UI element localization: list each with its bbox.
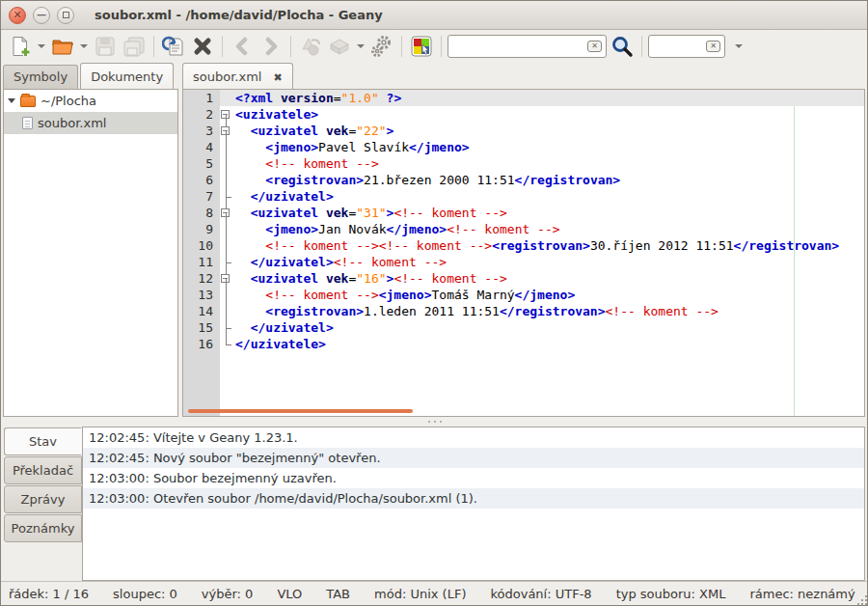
tree-file-row[interactable]: soubor.xml (4, 112, 177, 134)
fold-marker[interactable] (220, 254, 233, 270)
code-line[interactable]: 16</uzivatele> (183, 336, 864, 352)
fold-vtop (226, 287, 227, 295)
main-area: SymbolyDokumenty ~/Plocha soubor.xml sou… (1, 63, 867, 417)
code-line[interactable]: 13 <!-- koment --><jmeno>Tomáš Marný</jm… (183, 287, 864, 303)
code-line[interactable]: 5 <!-- koment --> (183, 155, 864, 172)
code-line[interactable]: 3 <uzivatel vek="22"> (183, 123, 864, 139)
statusbar-item: mód: Unix (LF) (374, 587, 466, 601)
tab-close-icon[interactable]: ✖ (274, 71, 283, 84)
sidebar: SymbolyDokumenty ~/Plocha soubor.xml (3, 63, 178, 417)
goto-line-entry[interactable]: ✕ (648, 35, 725, 58)
fold-marker[interactable] (220, 155, 233, 172)
new-file-dropdown[interactable] (38, 44, 45, 48)
open-file-dropdown[interactable] (80, 44, 88, 48)
message-tab-stav[interactable]: Stav (4, 427, 82, 455)
fold-marker[interactable] (220, 237, 233, 254)
message-tab-zprávy[interactable]: Zprávy (4, 485, 82, 513)
code-line[interactable]: 9 <jmeno>Jan Novák</jmeno><!-- koment --… (183, 221, 864, 237)
window-minimize-button[interactable]: — (33, 7, 50, 24)
code-line[interactable]: 2<uzivatele> (183, 106, 864, 123)
new-file-button[interactable] (7, 33, 34, 60)
tree-folder-row[interactable]: ~/Plocha (4, 90, 177, 112)
fold-vbot (226, 213, 227, 222)
window-maximize-button[interactable] (57, 7, 74, 24)
fold-marker[interactable] (220, 287, 233, 303)
message-row[interactable]: 12:02:45: Vítejte v Geany 1.23.1. (83, 427, 864, 448)
fold-marker[interactable] (220, 205, 233, 221)
line-number: 7 (183, 188, 220, 205)
toolbar-overflow-dropdown[interactable] (735, 44, 743, 48)
save-icon (95, 36, 116, 57)
line-number: 16 (183, 336, 220, 352)
message-row[interactable]: 12:02:45: Nový soubor "bezejmenný" otevř… (83, 448, 864, 468)
message-row[interactable]: 12:03:00: Otevřen soubor /home/david/Plo… (83, 488, 864, 509)
fold-vbot (226, 262, 227, 271)
search-input[interactable] (448, 36, 606, 57)
statusbar-item: VLO (277, 587, 302, 601)
search-entry[interactable]: ✕ (448, 35, 607, 58)
compile-button[interactable] (297, 33, 324, 60)
code-line[interactable]: 4 <jmeno>Pavel Slavík</jmeno> (183, 139, 864, 155)
sidebar-tab-symboly[interactable]: Symboly (3, 65, 78, 89)
build-dropdown[interactable] (357, 44, 365, 48)
revert-button[interactable] (160, 33, 187, 60)
message-row[interactable]: 12:03:00: Soubor bezejmenný uzavřen. (83, 468, 864, 488)
close-document-button[interactable] (189, 33, 216, 60)
fold-marker[interactable] (220, 123, 233, 139)
message-tab-překladač[interactable]: Překladač (4, 456, 82, 484)
fold-marker[interactable] (220, 106, 233, 123)
code-line[interactable]: 7 </uzivatel> (183, 188, 864, 205)
line-number: 13 (183, 287, 220, 303)
statusbar-item: řádek: 1 / 16 (9, 587, 89, 601)
fold-hmid (226, 344, 231, 345)
forward-chevron-icon (261, 36, 281, 57)
open-file-button[interactable] (49, 33, 76, 60)
code-text: <uzivatel vek="16"><!-- koment --> (233, 270, 864, 287)
save-all-button[interactable] (121, 33, 148, 60)
sidebar-tabstrip: SymbolyDokumenty (3, 63, 178, 89)
fold-marker[interactable] (220, 336, 233, 352)
color-chooser-button[interactable] (408, 33, 435, 60)
toolbar-separator (401, 36, 402, 57)
navigate-forward-button[interactable] (258, 33, 285, 60)
editor-tabstrip: soubor.xml ✖ (182, 63, 865, 89)
code-area[interactable]: 1<?xml version="1.0" ?>2<uzivatele>3 <uz… (183, 90, 864, 352)
sidebar-tab-dokumenty[interactable]: Dokumenty (80, 63, 174, 89)
horizontal-scrollbar[interactable] (188, 409, 413, 413)
build-button[interactable] (326, 33, 353, 60)
code-line[interactable]: 12 <uzivatel vek="16"><!-- koment --> (183, 270, 864, 287)
fold-marker[interactable] (220, 270, 233, 287)
fold-marker[interactable] (220, 188, 233, 205)
fold-marker[interactable] (220, 303, 233, 319)
editor-column: soubor.xml ✖ 1<?xml version="1.0" ?>2<uz… (182, 63, 865, 417)
line-number: 8 (183, 205, 220, 221)
code-line[interactable]: 1<?xml version="1.0" ?> (183, 90, 864, 106)
clear-search-icon[interactable]: ✕ (587, 41, 602, 52)
line-number: 11 (183, 254, 220, 270)
code-line[interactable]: 8 <uzivatel vek="31"><!-- koment --> (183, 205, 864, 221)
code-line[interactable]: 14 <registrovan>1.leden 2011 11:51</regi… (183, 303, 864, 319)
editor[interactable]: 1<?xml version="1.0" ?>2<uzivatele>3 <uz… (182, 89, 865, 417)
window-close-button[interactable]: ✕ (9, 7, 26, 24)
clear-goto-icon[interactable]: ✕ (706, 41, 720, 52)
execute-button[interactable] (368, 33, 395, 60)
fold-marker[interactable] (220, 221, 233, 237)
code-line[interactable]: 6 <registrovan>21.březen 2000 11:51</reg… (183, 172, 864, 188)
message-tab-poznámky[interactable]: Poznámky (4, 514, 82, 542)
code-line[interactable]: 15 </uzivatel> (183, 319, 864, 336)
fold-marker[interactable] (220, 172, 233, 188)
message-tabstrip: StavPřekladačZprávyPoznámky (3, 427, 82, 581)
code-line[interactable]: 10 <!-- koment --><!-- koment --><regist… (183, 237, 864, 254)
fold-marker[interactable] (220, 139, 233, 155)
code-line[interactable]: 11 </uzivatel><!-- koment --> (183, 254, 864, 270)
fold-hmid (226, 328, 231, 329)
save-all-icon (122, 36, 146, 57)
fold-marker[interactable] (220, 319, 233, 336)
navigate-back-button[interactable] (229, 33, 256, 60)
resize-grip[interactable] (861, 599, 863, 601)
search-button[interactable] (609, 33, 636, 60)
horizontal-splitter[interactable] (1, 417, 867, 427)
expander-icon[interactable] (8, 98, 15, 103)
save-button[interactable] (92, 33, 119, 60)
editor-tab[interactable]: soubor.xml ✖ (182, 63, 293, 89)
